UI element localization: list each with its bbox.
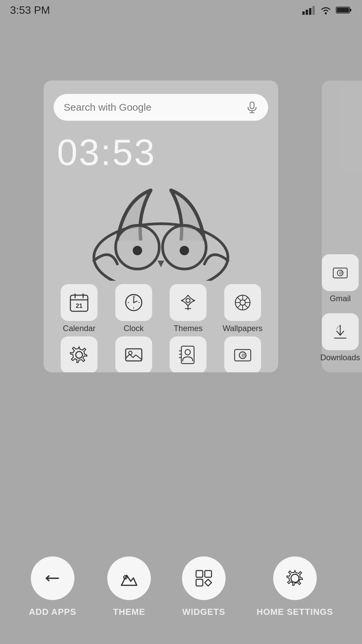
svg-rect-44 [126,349,142,361]
svg-line-41 [245,297,248,301]
svg-rect-7 [337,8,349,12]
app-item-themes[interactable]: Themes [163,284,214,333]
gallery-icon-box [115,336,152,372]
bottom-action-bar: ADD APPS THEME WIDGETS [0,556,362,617]
app-item-settings[interactable]: Settings [54,336,105,372]
app-item-gmail[interactable]: @ Gmail [322,254,359,303]
svg-rect-3 [312,6,315,15]
widgets-icon [182,556,226,600]
gmail-icon-box: @ [322,254,359,291]
svg-point-15 [180,246,189,255]
clock-label: Clock [124,324,144,333]
home-settings-icon [273,556,317,600]
svg-text:21: 21 [76,303,82,309]
svg-point-4 [325,12,327,14]
search-text: Search with Google [64,102,241,113]
add-apps-button[interactable]: ADD APPS [29,556,76,617]
downloads-icon-box [322,313,359,350]
svg-text:@: @ [339,271,343,275]
svg-rect-8 [250,102,254,109]
svg-point-43 [76,352,82,358]
home-settings-label: HOME SETTINGS [256,607,333,617]
svg-point-11 [94,224,228,281]
svg-text:12: 12 [132,295,135,298]
clock-icon-box: 12 [115,284,152,321]
svg-point-30 [186,299,190,303]
contacts-icon-box [170,336,206,372]
status-icons [302,5,352,15]
app-grid: 21 Calendar 12 Clock [54,284,268,372]
app-item-gallery[interactable]: Gallery [108,336,160,372]
status-bar: 3:53 PM [0,0,362,20]
svg-rect-6 [350,9,351,11]
status-time: 3:53 PM [10,4,50,16]
widgets-button[interactable]: WIDGETS [182,556,226,617]
svg-point-45 [129,351,132,355]
widgets-label: WIDGETS [182,607,225,617]
svg-rect-59 [205,571,212,577]
app-item-downloads[interactable]: Downloads [320,313,360,362]
wifi-icon [320,5,332,15]
svg-text:@: @ [241,353,245,358]
svg-rect-60 [196,579,203,586]
svg-rect-0 [302,11,305,15]
calendar-icon-box: 21 [61,284,98,321]
theme-label: THEME [113,607,145,617]
svg-rect-2 [309,8,311,15]
app-item-contacts[interactable]: Contacts [163,336,214,372]
app-item-clock[interactable]: 12 Clock [108,284,160,333]
settings-icon-box [61,336,98,372]
add-apps-icon [31,556,74,600]
right-apps-panel: @ Gmail Downloads [318,80,362,372]
battery-icon [336,6,352,14]
svg-point-28 [133,302,134,303]
gmail2-icon-box: @ [224,336,261,372]
svg-point-47 [185,350,190,355]
theme-icon [107,556,151,600]
clock-display: 03:53 [54,131,268,173]
mic-icon[interactable] [246,101,258,113]
svg-line-40 [245,305,248,308]
svg-point-14 [133,246,142,255]
downloads-label: Downloads [320,353,360,362]
main-card: Search with Google 03:53 [44,80,278,372]
wallpapers-icon-box [224,284,261,321]
home-settings-button[interactable]: HOME SETTINGS [256,556,333,617]
wallpapers-label: Wallpapers [223,324,262,333]
svg-line-39 [237,297,241,301]
app-item-wallpapers[interactable]: Wallpapers [217,284,268,333]
svg-rect-58 [196,571,203,577]
calendar-label: Calendar [63,324,96,333]
svg-point-61 [291,574,299,582]
signal-icon [302,5,316,15]
app-item-calendar[interactable]: 21 Calendar [54,284,105,333]
add-apps-label: ADD APPS [29,607,76,617]
app-item-gmail2[interactable]: @ Gmail [217,336,268,372]
svg-rect-1 [306,10,308,15]
themes-label: Themes [174,324,203,333]
themes-icon-box [170,284,206,321]
search-bar[interactable]: Search with Google [54,94,268,121]
svg-line-42 [237,305,241,308]
theme-button[interactable]: THEME [107,556,151,617]
svg-point-34 [240,300,245,305]
gmail-label: Gmail [330,294,351,303]
owl-illustration [54,180,268,281]
